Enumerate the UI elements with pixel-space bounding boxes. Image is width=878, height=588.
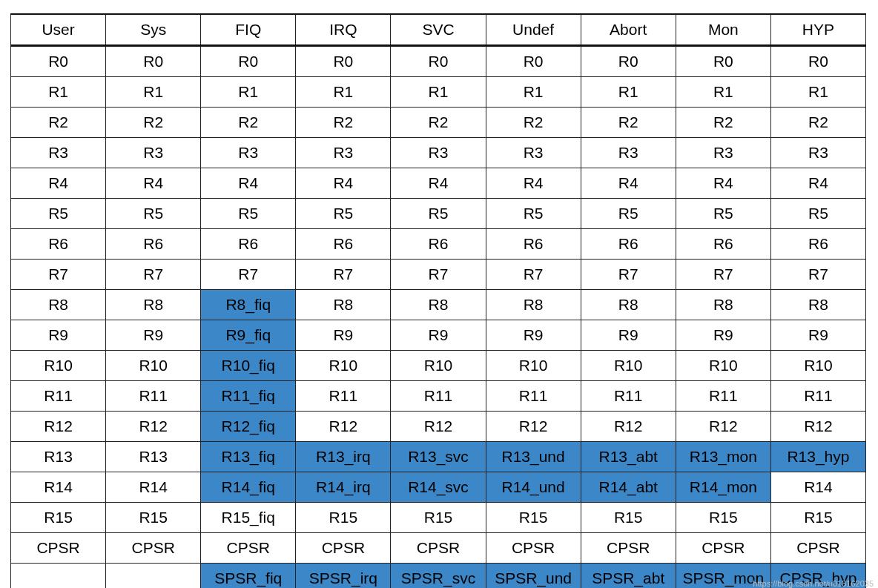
table-cell: R8 <box>391 290 486 320</box>
table-cell: R8 <box>676 290 770 320</box>
table-cell: R12 <box>296 412 391 442</box>
table-row: R12R12R12_fiqR12R12R12R12R12R12 <box>11 412 866 442</box>
column-header: SVC <box>391 14 486 46</box>
table-cell: R6 <box>581 229 676 260</box>
table-cell: R0 <box>676 46 770 77</box>
table-cell: R10 <box>770 351 865 381</box>
table-cell: R7 <box>486 260 581 290</box>
table-cell: R13_abt <box>581 442 676 472</box>
table-cell: R2 <box>296 108 391 138</box>
table-cell: R0 <box>201 46 296 77</box>
table-row: R0R0R0R0R0R0R0R0R0 <box>11 46 866 77</box>
table-cell: R6 <box>106 229 201 260</box>
table-cell: CPSR <box>486 533 581 564</box>
table-row: R1R1R1R1R1R1R1R1R1 <box>11 77 866 108</box>
table-cell: R7 <box>676 260 770 290</box>
table-cell <box>11 564 106 589</box>
table-cell: R6 <box>201 229 296 260</box>
table-cell: R4 <box>581 168 676 199</box>
table-cell: R9 <box>391 320 486 351</box>
table-cell: R6 <box>486 229 581 260</box>
table-cell: CPSR <box>770 533 865 564</box>
table-cell: R1 <box>391 77 486 108</box>
table-cell: R4 <box>770 168 865 199</box>
table-cell: R2 <box>391 108 486 138</box>
table-cell: R14_fiq <box>201 472 296 503</box>
table-cell: R8 <box>770 290 865 320</box>
table-cell: R0 <box>391 46 486 77</box>
table-cell: R2 <box>11 108 106 138</box>
table-cell: CPSR <box>581 533 676 564</box>
table-cell: R9 <box>581 320 676 351</box>
table-cell: R4 <box>106 168 201 199</box>
table-cell: R7 <box>391 260 486 290</box>
table-cell: R3 <box>770 138 865 168</box>
table-cell: R6 <box>391 229 486 260</box>
table-cell: R13_fiq <box>201 442 296 472</box>
table-cell: R7 <box>106 260 201 290</box>
table-cell: R3 <box>486 138 581 168</box>
table-row: R6R6R6R6R6R6R6R6R6 <box>11 229 866 260</box>
table-cell: CPSR <box>676 533 770 564</box>
table-cell: R14 <box>106 472 201 503</box>
column-header: HYP <box>770 14 865 46</box>
table-cell: R2 <box>581 108 676 138</box>
table-row: CPSRCPSRCPSRCPSRCPSRCPSRCPSRCPSRCPSR <box>11 533 866 564</box>
column-header: Abort <box>581 14 676 46</box>
table-cell: SPSR_irq <box>296 564 391 589</box>
table-cell: R14_irq <box>296 472 391 503</box>
column-header: Undef <box>486 14 581 46</box>
table-cell: R13_hyp <box>770 442 865 472</box>
table-cell: R10 <box>296 351 391 381</box>
table-cell: R4 <box>676 168 770 199</box>
table-cell: R9 <box>486 320 581 351</box>
table-cell: R13 <box>11 442 106 472</box>
table-row: R15R15R15_fiqR15R15R15R15R15R15 <box>11 503 866 533</box>
table-cell: R0 <box>296 46 391 77</box>
table-cell: R4 <box>11 168 106 199</box>
table-cell: R10 <box>11 351 106 381</box>
table-cell: R14 <box>11 472 106 503</box>
table-cell: R7 <box>581 260 676 290</box>
table-cell: R5 <box>11 199 106 229</box>
table-cell: R9 <box>770 320 865 351</box>
column-header: Sys <box>106 14 201 46</box>
table-cell: R3 <box>106 138 201 168</box>
table-cell: R3 <box>201 138 296 168</box>
table-cell: R15 <box>581 503 676 533</box>
table-cell: R15 <box>106 503 201 533</box>
table-cell: CPSR <box>391 533 486 564</box>
table-cell: R12 <box>391 412 486 442</box>
table-cell: R1 <box>770 77 865 108</box>
table-cell: R3 <box>676 138 770 168</box>
table-row: R7R7R7R7R7R7R7R7R7 <box>11 260 866 290</box>
table-cell: R3 <box>391 138 486 168</box>
table-cell: R8 <box>11 290 106 320</box>
table-row: R5R5R5R5R5R5R5R5R5 <box>11 199 866 229</box>
table-cell: R0 <box>11 46 106 77</box>
table-cell: R15 <box>391 503 486 533</box>
arm-registers-table: UserSysFIQIRQSVCUndefAbortMonHYP R0R0R0R… <box>10 13 866 588</box>
table-cell: CPSR <box>296 533 391 564</box>
table-cell: R3 <box>296 138 391 168</box>
table-cell: R0 <box>581 46 676 77</box>
table-row: R11R11R11_fiqR11R11R11R11R11R11 <box>11 381 866 412</box>
column-header: FIQ <box>201 14 296 46</box>
table-cell: R12 <box>676 412 770 442</box>
table-cell: R15_fiq <box>201 503 296 533</box>
column-header: Mon <box>676 14 770 46</box>
table-cell: SPSR_abt <box>581 564 676 589</box>
table-cell: R13_irq <box>296 442 391 472</box>
table-cell: CPSR <box>11 533 106 564</box>
table-cell: R7 <box>770 260 865 290</box>
watermark-text: https://blog.csdn.net/u013162035 <box>753 579 874 588</box>
table-cell: R5 <box>676 199 770 229</box>
table-cell: R14_svc <box>391 472 486 503</box>
table-row: R3R3R3R3R3R3R3R3R3 <box>11 138 866 168</box>
table-row: R4R4R4R4R4R4R4R4R4 <box>11 168 866 199</box>
table-cell: R1 <box>201 77 296 108</box>
table-cell: R14_mon <box>676 472 770 503</box>
table-cell: R10 <box>106 351 201 381</box>
table-cell: R14_abt <box>581 472 676 503</box>
table-cell: R2 <box>770 108 865 138</box>
